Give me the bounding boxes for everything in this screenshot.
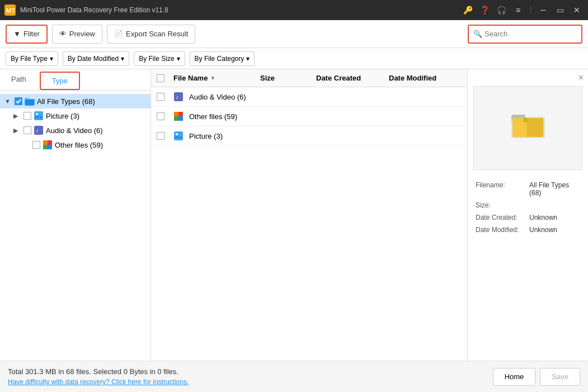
detail-row-date-created: Date Created: Unknown	[476, 214, 580, 221]
center-panel: File Name ▼ Size Date Created Date Modif…	[151, 69, 468, 361]
root-label: All File Types (68)	[37, 97, 95, 106]
filter-button[interactable]: ▼ Filter	[6, 25, 48, 44]
filter-by-file-type[interactable]: By File Type ▾	[6, 51, 58, 66]
statusbar-info: Total 301.3 MB in 68 files. Selected 0 B…	[8, 367, 189, 386]
dropdown-arrow-icon: ▾	[177, 55, 180, 63]
tree-item-audio-video[interactable]: ▶ ♪ Audio & Video (6)	[0, 123, 150, 138]
app-logo: MT	[4, 4, 16, 16]
svg-rect-10	[48, 140, 52, 145]
svg-rect-24	[527, 118, 543, 137]
date-created-label: Date Created:	[476, 214, 526, 221]
table-row[interactable]: Picture (3)	[151, 126, 467, 146]
audio-video-row-icon: ♪	[173, 92, 184, 102]
detail-row-filename: Filename: All File Types (68)	[476, 181, 580, 197]
help-link[interactable]: Have difficulty with data recovery? Clic…	[8, 378, 189, 386]
row-name-col: ♪ Audio & Video (6)	[173, 92, 260, 102]
expand-icon: ▶	[13, 127, 21, 134]
row-name-col: Other files (59)	[173, 111, 260, 121]
filter-date-label: By Date Modified	[68, 55, 119, 63]
picture-checkbox[interactable]	[23, 112, 31, 120]
key-icon[interactable]: 🔑	[461, 3, 474, 17]
tree-item-picture[interactable]: ▶ Picture (3)	[0, 108, 150, 123]
row-checkbox[interactable]	[157, 112, 164, 120]
export-icon: 📄	[114, 30, 123, 38]
other-files-icon	[43, 140, 53, 150]
audio-video-label: Audio & Video (6)	[46, 126, 103, 135]
row-file-name: Picture (3)	[189, 132, 223, 140]
table-row[interactable]: Other files (59)	[151, 107, 467, 126]
filterbar: By File Type ▾ By Date Modified ▾ By Fil…	[0, 48, 588, 69]
tabs-bar: Path Type	[0, 69, 150, 91]
toolbar-left: ▼ Filter 👁 Preview 📄 Export Scan Result	[6, 25, 468, 44]
filename-value: All File Types (68)	[529, 181, 580, 197]
preview-label: Preview	[69, 30, 95, 38]
preview-icon: 👁	[59, 30, 67, 38]
menu-icon[interactable]: ≡	[511, 3, 525, 17]
tab-type[interactable]: Type	[40, 72, 80, 90]
help-icon[interactable]: ❓	[478, 3, 491, 17]
filter-label: Filter	[23, 30, 40, 38]
table-row[interactable]: ♪ Audio & Video (6)	[151, 87, 467, 107]
filter-icon: ▼	[13, 30, 21, 38]
filter-by-file-size[interactable]: By File Size ▾	[134, 51, 185, 66]
svg-point-20	[176, 133, 178, 135]
root-checkbox[interactable]	[15, 97, 22, 105]
filter-file-type-label: By File Type	[11, 55, 48, 63]
tree-item-other[interactable]: Other files (59)	[0, 138, 150, 152]
headset-icon[interactable]: 🎧	[495, 3, 508, 17]
expand-icon: ▼	[4, 98, 12, 105]
home-button[interactable]: Home	[493, 368, 536, 386]
filter-by-date-modified[interactable]: By Date Modified ▾	[63, 51, 129, 66]
filter-category-label: By File Category	[195, 55, 244, 63]
header-checkbox-col	[157, 74, 173, 82]
svg-rect-12	[48, 145, 52, 149]
preview-folder-icon	[511, 111, 545, 145]
filter-size-label: By File Size	[139, 55, 174, 63]
preview-button[interactable]: 👁 Preview	[52, 25, 102, 44]
svg-rect-17	[174, 116, 178, 121]
file-tree: ▼ All File Types (68) ▶	[0, 91, 150, 361]
folder-icon	[25, 96, 35, 106]
filename-label: Filename:	[476, 181, 526, 197]
left-panel: Path Type ▼ All File T	[0, 69, 151, 361]
tab-path[interactable]: Path	[0, 69, 37, 90]
svg-rect-11	[43, 145, 48, 149]
save-button[interactable]: Save	[540, 368, 580, 386]
date-created-value: Unknown	[529, 214, 557, 221]
svg-rect-25	[524, 118, 527, 122]
svg-rect-4	[25, 100, 34, 105]
total-status-text: Total 301.3 MB in 68 files. Selected 0 B…	[8, 367, 189, 376]
restore-icon[interactable]: ▭	[553, 3, 567, 17]
picture-icon	[34, 111, 44, 121]
close-panel-button[interactable]: ×	[578, 73, 584, 83]
search-icon: 🔍	[473, 30, 482, 38]
main-area: Path Type ▼ All File T	[0, 69, 588, 361]
minimize-icon[interactable]: ─	[537, 3, 550, 17]
window-controls: 🔑 ❓ 🎧 ≡ ─ ▭ ✕	[461, 3, 584, 17]
header-size: Size	[260, 74, 316, 82]
search-box[interactable]: 🔍	[468, 25, 582, 44]
svg-text:♪: ♪	[176, 94, 178, 100]
other-checkbox[interactable]	[32, 141, 40, 149]
file-table-header: File Name ▼ Size Date Created Date Modif…	[151, 69, 467, 87]
dropdown-arrow-icon: ▾	[246, 55, 250, 63]
header-checkbox[interactable]	[157, 74, 164, 82]
header-file-name[interactable]: File Name ▼	[173, 74, 260, 82]
statusbar-buttons: Home Save	[493, 368, 580, 386]
row-checkbox[interactable]	[157, 93, 164, 101]
row-checkbox[interactable]	[157, 132, 164, 140]
tree-item-root[interactable]: ▼ All File Types (68)	[0, 94, 150, 108]
svg-rect-18	[178, 116, 183, 121]
file-table-body: ♪ Audio & Video (6)	[151, 87, 467, 361]
preview-area	[473, 86, 582, 170]
dropdown-arrow-icon: ▾	[121, 55, 124, 63]
audio-video-checkbox[interactable]	[23, 126, 31, 134]
search-input[interactable]	[484, 30, 577, 38]
svg-point-6	[36, 113, 38, 115]
date-modified-label: Date Modified:	[476, 226, 526, 234]
filter-by-file-category[interactable]: By File Category ▾	[190, 51, 255, 66]
svg-rect-9	[43, 140, 48, 145]
sort-arrow-icon: ▼	[210, 75, 215, 81]
export-button[interactable]: 📄 Export Scan Result	[107, 25, 195, 44]
close-icon[interactable]: ✕	[570, 3, 584, 17]
